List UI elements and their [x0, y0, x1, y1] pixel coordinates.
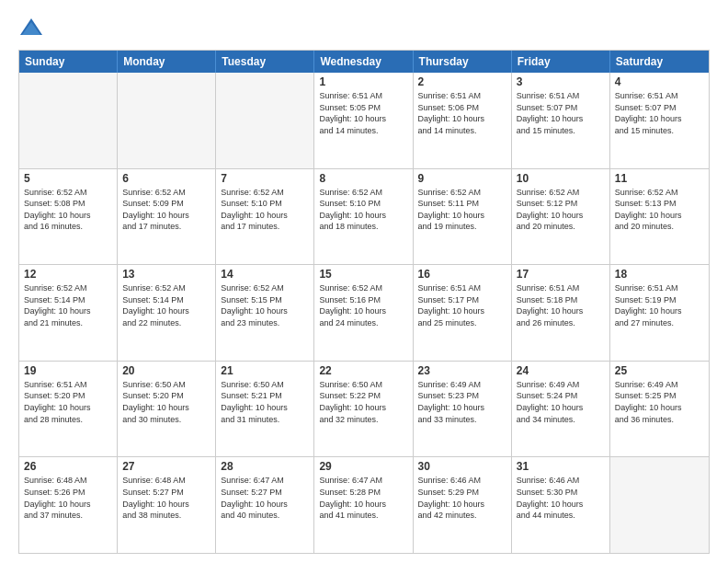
- cal-cell: 8Sunrise: 6:52 AM Sunset: 5:10 PM Daylig…: [314, 169, 413, 265]
- cal-cell: [610, 457, 709, 553]
- cell-date: 1: [319, 75, 407, 88]
- week-row-1: 1Sunrise: 6:51 AM Sunset: 5:05 PM Daylig…: [19, 73, 709, 169]
- cal-cell: 9Sunrise: 6:52 AM Sunset: 5:11 PM Daylig…: [414, 169, 512, 265]
- cal-cell: 16Sunrise: 6:51 AM Sunset: 5:17 PM Dayli…: [414, 265, 512, 361]
- cell-date: 14: [221, 268, 309, 281]
- cell-info: Sunrise: 6:51 AM Sunset: 5:17 PM Dayligh…: [418, 282, 506, 328]
- cell-info: Sunrise: 6:46 AM Sunset: 5:29 PM Dayligh…: [418, 475, 506, 521]
- cell-date: 26: [24, 460, 112, 473]
- cell-date: 23: [418, 364, 506, 377]
- cell-info: Sunrise: 6:47 AM Sunset: 5:27 PM Dayligh…: [221, 475, 309, 521]
- cal-cell: 4Sunrise: 6:51 AM Sunset: 5:07 PM Daylig…: [610, 73, 709, 168]
- cell-info: Sunrise: 6:50 AM Sunset: 5:21 PM Dayligh…: [221, 379, 309, 425]
- cal-cell: 6Sunrise: 6:52 AM Sunset: 5:09 PM Daylig…: [118, 169, 216, 265]
- cell-info: Sunrise: 6:52 AM Sunset: 5:15 PM Dayligh…: [221, 282, 309, 328]
- cell-date: 4: [615, 75, 704, 88]
- cell-date: 25: [615, 364, 704, 377]
- cal-cell: 10Sunrise: 6:52 AM Sunset: 5:12 PM Dayli…: [512, 169, 610, 265]
- cell-info: Sunrise: 6:51 AM Sunset: 5:07 PM Dayligh…: [517, 90, 605, 136]
- cell-info: Sunrise: 6:51 AM Sunset: 5:07 PM Dayligh…: [615, 90, 704, 136]
- header-day-thursday: Thursday: [414, 51, 512, 73]
- cell-info: Sunrise: 6:52 AM Sunset: 5:13 PM Dayligh…: [615, 187, 704, 233]
- cell-date: 19: [24, 364, 112, 377]
- cell-info: Sunrise: 6:50 AM Sunset: 5:20 PM Dayligh…: [122, 379, 210, 425]
- cell-date: 31: [517, 460, 605, 473]
- cal-cell: [118, 73, 216, 168]
- cal-cell: [216, 73, 314, 168]
- cal-cell: 28Sunrise: 6:47 AM Sunset: 5:27 PM Dayli…: [216, 457, 314, 553]
- logo: [18, 17, 48, 42]
- cell-date: 17: [517, 268, 605, 281]
- header-day-friday: Friday: [512, 51, 610, 73]
- cal-cell: 1Sunrise: 6:51 AM Sunset: 5:05 PM Daylig…: [314, 73, 413, 168]
- cell-date: 2: [418, 75, 506, 88]
- cell-info: Sunrise: 6:52 AM Sunset: 5:10 PM Dayligh…: [221, 187, 309, 233]
- header: [18, 17, 710, 42]
- cell-info: Sunrise: 6:48 AM Sunset: 5:26 PM Dayligh…: [24, 475, 112, 521]
- cal-cell: 5Sunrise: 6:52 AM Sunset: 5:08 PM Daylig…: [19, 169, 118, 265]
- calendar-header: SundayMondayTuesdayWednesdayThursdayFrid…: [19, 51, 709, 73]
- cell-date: 9: [418, 172, 506, 185]
- cal-cell: 30Sunrise: 6:46 AM Sunset: 5:29 PM Dayli…: [414, 457, 512, 553]
- cell-date: 16: [418, 268, 506, 281]
- cell-date: 12: [24, 268, 112, 281]
- cell-date: 15: [319, 268, 407, 281]
- cell-date: 21: [221, 364, 309, 377]
- week-row-4: 19Sunrise: 6:51 AM Sunset: 5:20 PM Dayli…: [19, 362, 709, 458]
- cell-date: 10: [517, 172, 605, 185]
- cell-date: 13: [122, 268, 210, 281]
- header-day-saturday: Saturday: [610, 51, 709, 73]
- cell-date: 18: [615, 268, 704, 281]
- cell-info: Sunrise: 6:50 AM Sunset: 5:22 PM Dayligh…: [319, 379, 407, 425]
- header-day-tuesday: Tuesday: [216, 51, 314, 73]
- cell-info: Sunrise: 6:52 AM Sunset: 5:11 PM Dayligh…: [418, 187, 506, 233]
- cell-info: Sunrise: 6:52 AM Sunset: 5:12 PM Dayligh…: [517, 187, 605, 233]
- week-row-5: 26Sunrise: 6:48 AM Sunset: 5:26 PM Dayli…: [19, 457, 709, 553]
- cell-date: 22: [319, 364, 407, 377]
- cell-date: 20: [122, 364, 210, 377]
- cell-info: Sunrise: 6:52 AM Sunset: 5:08 PM Dayligh…: [24, 187, 112, 233]
- cell-date: 29: [319, 460, 407, 473]
- cell-date: 27: [122, 460, 210, 473]
- cell-info: Sunrise: 6:49 AM Sunset: 5:25 PM Dayligh…: [615, 379, 704, 425]
- cell-date: 5: [24, 172, 112, 185]
- cell-info: Sunrise: 6:52 AM Sunset: 5:14 PM Dayligh…: [122, 282, 210, 328]
- cal-cell: 20Sunrise: 6:50 AM Sunset: 5:20 PM Dayli…: [118, 362, 216, 457]
- week-row-3: 12Sunrise: 6:52 AM Sunset: 5:14 PM Dayli…: [19, 265, 709, 362]
- cal-cell: 26Sunrise: 6:48 AM Sunset: 5:26 PM Dayli…: [19, 457, 118, 553]
- cell-info: Sunrise: 6:51 AM Sunset: 5:05 PM Dayligh…: [319, 90, 407, 136]
- cal-cell: [19, 73, 118, 168]
- cell-info: Sunrise: 6:52 AM Sunset: 5:10 PM Dayligh…: [319, 187, 407, 233]
- cal-cell: 29Sunrise: 6:47 AM Sunset: 5:28 PM Dayli…: [314, 457, 413, 553]
- cell-info: Sunrise: 6:49 AM Sunset: 5:24 PM Dayligh…: [517, 379, 605, 425]
- logo-icon: [18, 17, 44, 42]
- cell-date: 24: [517, 364, 605, 377]
- cell-date: 28: [221, 460, 309, 473]
- cal-cell: 3Sunrise: 6:51 AM Sunset: 5:07 PM Daylig…: [512, 73, 610, 168]
- cal-cell: 23Sunrise: 6:49 AM Sunset: 5:23 PM Dayli…: [414, 362, 512, 457]
- cal-cell: 12Sunrise: 6:52 AM Sunset: 5:14 PM Dayli…: [19, 265, 118, 361]
- cell-info: Sunrise: 6:51 AM Sunset: 5:19 PM Dayligh…: [615, 282, 704, 328]
- cell-date: 11: [615, 172, 704, 185]
- header-day-monday: Monday: [118, 51, 216, 73]
- cal-cell: 17Sunrise: 6:51 AM Sunset: 5:18 PM Dayli…: [512, 265, 610, 361]
- cal-cell: 7Sunrise: 6:52 AM Sunset: 5:10 PM Daylig…: [216, 169, 314, 265]
- cal-cell: 14Sunrise: 6:52 AM Sunset: 5:15 PM Dayli…: [216, 265, 314, 361]
- cell-date: 8: [319, 172, 407, 185]
- cell-info: Sunrise: 6:52 AM Sunset: 5:16 PM Dayligh…: [319, 282, 407, 328]
- cell-date: 6: [122, 172, 210, 185]
- cal-cell: 31Sunrise: 6:46 AM Sunset: 5:30 PM Dayli…: [512, 457, 610, 553]
- cal-cell: 15Sunrise: 6:52 AM Sunset: 5:16 PM Dayli…: [314, 265, 413, 361]
- cell-date: 30: [418, 460, 506, 473]
- cal-cell: 18Sunrise: 6:51 AM Sunset: 5:19 PM Dayli…: [610, 265, 709, 361]
- cell-date: 7: [221, 172, 309, 185]
- cal-cell: 19Sunrise: 6:51 AM Sunset: 5:20 PM Dayli…: [19, 362, 118, 457]
- calendar: SundayMondayTuesdayWednesdayThursdayFrid…: [18, 50, 710, 554]
- cal-cell: 25Sunrise: 6:49 AM Sunset: 5:25 PM Dayli…: [610, 362, 709, 457]
- cal-cell: 21Sunrise: 6:50 AM Sunset: 5:21 PM Dayli…: [216, 362, 314, 457]
- cell-date: 3: [517, 75, 605, 88]
- cal-cell: 11Sunrise: 6:52 AM Sunset: 5:13 PM Dayli…: [610, 169, 709, 265]
- cal-cell: 22Sunrise: 6:50 AM Sunset: 5:22 PM Dayli…: [314, 362, 413, 457]
- week-row-2: 5Sunrise: 6:52 AM Sunset: 5:08 PM Daylig…: [19, 169, 709, 266]
- cal-cell: 13Sunrise: 6:52 AM Sunset: 5:14 PM Dayli…: [118, 265, 216, 361]
